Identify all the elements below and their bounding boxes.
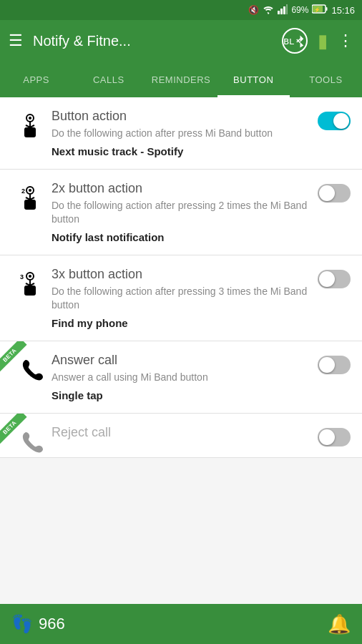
reject-call-toggle[interactable] [318, 428, 351, 447]
answer-call-toggle-thumb [319, 357, 335, 373]
svg-point-10 [29, 117, 31, 119]
tab-reminders-label: REMINDERS [152, 74, 211, 85]
notification-bell-icon[interactable]: 🔔 [328, 613, 351, 635]
reject-call-toggle-thumb [319, 429, 335, 445]
button-action-toggle-thumb [333, 113, 349, 129]
3x-button-action-toggle-thumb [319, 271, 335, 287]
time: 15:16 [331, 5, 355, 16]
battery-percentage: 69% [291, 5, 308, 15]
battery-icon: ⚡ [312, 4, 328, 16]
beta-badge-answer: BETA [0, 341, 40, 381]
button-action-toggle[interactable] [318, 112, 351, 130]
setting-reject-call[interactable]: BETA Reject call [0, 414, 362, 458]
answer-call-toggle[interactable] [318, 356, 351, 374]
svg-rect-5 [326, 7, 328, 11]
svg-text:3: 3 [20, 273, 24, 280]
tabs-bar: APPS CALLS REMINDERS BUTTON TOOLS [0, 62, 362, 97]
reject-call-content: Reject call [49, 425, 318, 443]
status-icons: 🔇 69% ⚡ 15:16 [248, 4, 355, 16]
3x-button-action-content: 3x button action Do the following action… [49, 267, 318, 329]
content-area: Button action Do the following action af… [0, 97, 362, 604]
more-menu-button[interactable]: ⋮ [338, 31, 353, 50]
signal-icon [278, 4, 288, 16]
answer-call-desc: Answer a call using Mi Band button [52, 371, 318, 385]
tab-calls[interactable]: CALLS [72, 62, 145, 97]
bluetooth-button[interactable]: ʙʟ [282, 28, 308, 54]
answer-call-title: Answer call [52, 353, 318, 368]
svg-rect-3 [286, 4, 288, 14]
setting-2x-button-action[interactable]: 2 2x button action Do the following acti… [0, 170, 362, 255]
bottom-bar: 👣 966 🔔 [0, 604, 362, 644]
svg-rect-16 [24, 286, 36, 296]
svg-text:2: 2 [21, 187, 25, 195]
2x-button-action-title: 2x button action [52, 181, 318, 196]
app-bar: ☰ Notify & Fitne... ʙʟ ▮ ⋮ [0, 20, 362, 62]
tab-tools[interactable]: TOOLS [290, 62, 362, 97]
bluetooth-icon: ʙʟ [283, 35, 294, 47]
tab-tools-label: TOOLS [309, 74, 342, 85]
button-action-value: Next music track - Spotify [52, 145, 318, 157]
tab-reminders[interactable]: REMINDERS [145, 62, 217, 97]
double-tap-icon-container: 2 [11, 181, 49, 218]
reject-call-title: Reject call [52, 425, 318, 440]
tab-apps-label: APPS [23, 74, 49, 85]
svg-rect-9 [24, 127, 36, 137]
answer-call-value: Single tap [52, 389, 318, 401]
svg-point-17 [29, 275, 31, 278]
2x-button-action-desc: Do the following action after pressing 2… [52, 199, 318, 227]
button-action-desc: Do the following action after press Mi B… [52, 127, 318, 141]
3x-button-action-toggle-container[interactable] [318, 267, 351, 288]
answer-call-content: Answer call Answer a call using Mi Band … [49, 353, 318, 401]
svg-rect-0 [278, 11, 280, 14]
setting-button-action[interactable]: Button action Do the following action af… [0, 97, 362, 170]
mute-icon: 🔇 [248, 5, 259, 15]
steps-icon: 👣 [11, 614, 33, 634]
setting-3x-button-action[interactable]: 3 3x button action Do the following acti… [0, 255, 362, 341]
3x-button-action-toggle[interactable] [318, 270, 351, 288]
tab-button[interactable]: BUTTON [217, 62, 290, 97]
button-action-title: Button action [52, 109, 318, 124]
tab-calls-label: CALLS [93, 74, 124, 85]
wifi-icon [263, 4, 274, 16]
single-tap-icon-container [11, 109, 49, 146]
status-bar: 🔇 69% ⚡ 15:16 [0, 0, 362, 20]
2x-button-action-toggle[interactable] [318, 184, 351, 203]
app-title: Notify & Fitne... [33, 33, 272, 49]
3x-button-action-desc: Do the following action after pressing 3… [52, 285, 318, 313]
tab-apps[interactable]: APPS [0, 62, 72, 97]
button-action-toggle-container[interactable] [318, 109, 351, 130]
steps-count: 966 [39, 615, 328, 633]
tab-button-label: BUTTON [233, 74, 273, 85]
svg-rect-2 [283, 6, 285, 14]
2x-button-action-value: Notify last notification [52, 231, 318, 243]
menu-button[interactable]: ☰ [9, 31, 23, 50]
2x-button-action-content: 2x button action Do the following action… [49, 181, 318, 243]
beta-badge-reject: BETA [0, 414, 40, 454]
triple-tap-icon-container: 3 [11, 267, 49, 304]
answer-call-toggle-container[interactable] [318, 353, 351, 374]
reject-call-toggle-container[interactable] [318, 425, 351, 447]
2x-button-action-toggle-container[interactable] [318, 181, 351, 203]
svg-rect-1 [280, 9, 283, 14]
setting-answer-call[interactable]: BETA Answer call Answer a call using Mi … [0, 341, 362, 414]
svg-rect-12 [24, 200, 36, 210]
svg-point-13 [29, 189, 31, 192]
battery-status-icon: ▮ [318, 30, 328, 52]
3x-button-action-value: Find my phone [52, 317, 318, 329]
3x-button-action-title: 3x button action [52, 267, 318, 282]
2x-button-action-toggle-thumb [319, 185, 335, 201]
button-action-content: Button action Do the following action af… [49, 109, 318, 157]
svg-text:⚡: ⚡ [314, 6, 321, 13]
